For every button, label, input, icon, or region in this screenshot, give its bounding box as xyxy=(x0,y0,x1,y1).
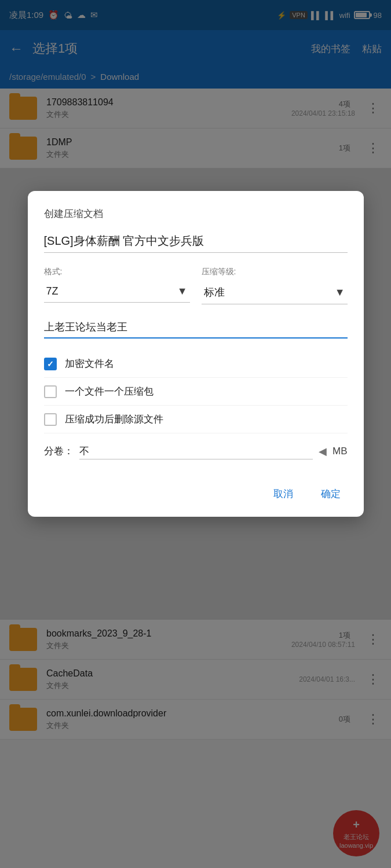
format-label: 格式: xyxy=(44,267,190,277)
encrypt-filename-row: 加密文件名 xyxy=(44,350,348,378)
compression-dropdown-arrow: ▼ xyxy=(335,286,345,299)
delete-after-checkbox[interactable] xyxy=(44,413,57,426)
split-input[interactable] xyxy=(79,443,313,459)
cancel-button[interactable]: 取消 xyxy=(266,483,300,505)
one-file-checkbox[interactable] xyxy=(44,385,57,398)
split-arrow[interactable]: ◀ xyxy=(319,445,327,458)
split-label: 分卷： xyxy=(44,444,74,458)
format-select[interactable]: 7Z ▼ xyxy=(44,281,190,303)
one-file-label: 一个文件一个压缩包 xyxy=(65,385,154,398)
split-unit: MB xyxy=(332,446,348,457)
format-row: 格式: 7Z ▼ 压缩等级: 标准 ▼ xyxy=(44,267,348,304)
format-dropdown-arrow: ▼ xyxy=(177,285,188,297)
confirm-button[interactable]: 确定 xyxy=(314,483,348,505)
compression-select[interactable]: 标准 ▼ xyxy=(202,281,348,304)
split-row: 分卷： ◀ MB xyxy=(44,433,348,464)
filename-input[interactable] xyxy=(44,234,348,253)
password-input[interactable] xyxy=(44,316,348,339)
encrypt-filename-label: 加密文件名 xyxy=(65,357,114,370)
create-archive-dialog: 创建压缩文档 格式: 7Z ▼ 压缩等级: 标准 ▼ 加密文件名 一个文件一个压… xyxy=(28,191,364,517)
compression-value: 标准 xyxy=(204,285,225,299)
encrypt-filename-checkbox[interactable] xyxy=(44,358,57,370)
delete-after-label: 压缩成功后删除源文件 xyxy=(65,413,163,426)
compression-label: 压缩等级: xyxy=(202,267,348,277)
dialog-title: 创建压缩文档 xyxy=(44,207,348,220)
format-group: 格式: 7Z ▼ xyxy=(44,267,190,304)
delete-after-row: 压缩成功后删除源文件 xyxy=(44,406,348,433)
one-file-row: 一个文件一个压缩包 xyxy=(44,378,348,406)
format-value: 7Z xyxy=(46,285,59,297)
dialog-buttons: 取消 确定 xyxy=(44,476,348,505)
compression-group: 压缩等级: 标准 ▼ xyxy=(202,267,348,304)
